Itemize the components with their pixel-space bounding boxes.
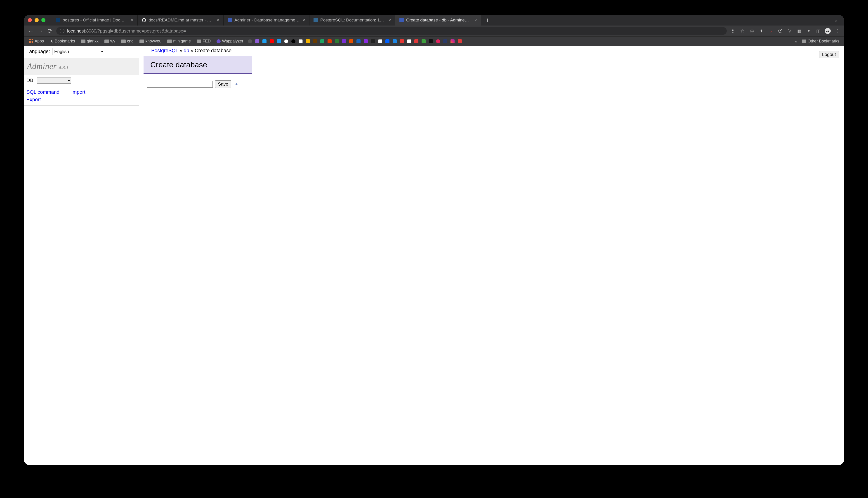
bookmark-icon[interactable] [335,39,339,43]
new-tab-button[interactable]: + [481,16,494,24]
folder-label: minigame [173,39,191,43]
bookmark-icon[interactable] [306,39,310,43]
bookmark-icon[interactable] [436,39,440,43]
tab-strip: postgres - Official Image | Doc… × docs/… [52,15,834,26]
import-link[interactable]: Import [71,89,85,95]
site-info-icon[interactable]: i [60,29,64,33]
save-button[interactable]: Save [215,80,231,88]
tab-title: postgres - Official Image | Doc… [63,18,128,23]
bookmark-icon[interactable] [450,39,455,43]
bookmark-folder[interactable]: qianxx [79,38,100,44]
bookmark-icon[interactable] [429,39,433,43]
bookmark-label: Wappalyzer [222,39,243,43]
bookmark-icon[interactable] [422,39,426,43]
pocket-icon[interactable]: ⌄ [768,28,774,34]
language-select[interactable]: English [52,48,104,55]
bookmark-icon[interactable] [263,39,267,43]
brand-version: 4.8.1 [59,65,68,70]
tab-postgres-image[interactable]: postgres - Official Image | Doc… × [52,15,138,26]
tab-overflow[interactable]: ⌄ [834,17,840,23]
window-controls [28,18,46,22]
bookmark-icon[interactable] [443,39,447,43]
toolbar-actions: ⇪ ☆ ◎ ✦ ⌄ ⦿ V ▦ ✦ ◫ ●● ⋮ [730,28,840,34]
bookmark-folder[interactable]: knowyou [138,38,163,44]
reload-button[interactable]: ⟳ [47,28,53,35]
bookmark-icon[interactable] [248,39,252,43]
overflow-icon[interactable]: » [795,39,797,44]
breadcrumb-db[interactable]: db [184,48,189,53]
add-icon[interactable]: + [233,81,239,87]
extensions-puzzle-icon[interactable]: ✦ [806,28,812,34]
extension-icon[interactable]: ✦ [758,28,764,34]
bookmark-icon[interactable] [328,39,332,43]
bookmark-star-icon[interactable]: ☆ [739,28,745,34]
breadcrumb-root[interactable]: PostgreSQL [151,48,178,53]
bookmark-icon[interactable] [356,39,360,43]
bookmarks-menu[interactable]: ★ Bookmarks [48,38,76,44]
favicon-icon [314,18,318,22]
close-icon[interactable]: × [388,18,391,23]
bookmark-icon[interactable] [400,39,404,43]
zoom-window-icon[interactable] [41,18,46,22]
bookmark-icon[interactable] [270,39,274,43]
bookmark-icon[interactable] [393,39,397,43]
folder-label: qianxx [87,39,99,43]
bookmark-folder[interactable]: FED [195,38,212,44]
forward-button[interactable]: → [37,28,43,35]
bookmark-icon[interactable] [342,39,346,43]
bookmark-icon[interactable] [378,39,382,43]
tab-adminer-home[interactable]: Adminer - Database manageme… × [224,15,309,26]
bookmark-icon[interactable] [371,39,375,43]
extension-icon[interactable]: ◎ [749,28,755,34]
wappalyzer-bookmark[interactable]: Wappalyzer [215,38,245,44]
close-icon[interactable]: × [303,18,305,23]
db-label: DB: [26,77,35,83]
bookmark-icon[interactable] [291,39,295,43]
bookmark-icon[interactable] [277,39,281,43]
database-name-input[interactable] [147,81,213,88]
tab-create-database[interactable]: Create database - db - Admine… × [395,15,481,26]
side-panel-icon[interactable]: ◫ [815,28,821,34]
close-window-icon[interactable] [28,18,32,22]
url-text: localhost:8080/?pgsql=db&username=postgr… [67,28,186,34]
apps-shortcut[interactable]: Apps [27,38,45,44]
bookmark-icon[interactable] [284,39,288,43]
minimize-window-icon[interactable] [35,18,39,22]
bookmark-icon[interactable] [407,39,411,43]
favicon-icon [228,18,232,22]
bookmark-folder[interactable]: cnd [120,38,135,44]
sql-command-link[interactable]: SQL command [26,89,60,95]
apps-grid-icon [29,39,33,43]
other-bookmarks[interactable]: Other Bookmarks [801,38,841,44]
bookmark-folder[interactable]: minigame [166,38,192,44]
close-icon[interactable]: × [217,18,219,23]
extension-icon[interactable]: ▦ [796,28,802,34]
bookmark-icon[interactable] [349,39,353,43]
bookmark-icon[interactable] [458,39,462,43]
bookmark-icon[interactable] [313,39,317,43]
bookmark-icon[interactable] [414,39,418,43]
github-icon [142,18,146,22]
export-link[interactable]: Export [26,97,41,102]
menu-icon[interactable]: ⋮ [834,28,840,34]
main: PostgreSQL » db » Create database Create… [143,46,844,88]
extension-icon[interactable]: ⦿ [777,28,783,34]
language-selector: Language: English [24,46,139,57]
bookmark-icon[interactable] [385,39,390,43]
tab-postgres-docs[interactable]: PostgreSQL: Documentation: 1… × [309,15,395,26]
close-icon[interactable]: × [131,18,133,23]
bookmark-icon[interactable] [298,39,303,43]
bookmark-folder[interactable]: wy [103,38,117,44]
breadcrumb-current: Create database [195,48,231,53]
bookmark-icon[interactable] [364,39,368,43]
close-icon[interactable]: × [474,18,477,23]
db-select[interactable] [37,77,71,83]
bookmark-icon[interactable] [320,39,324,43]
address-bar[interactable]: i localhost:8080/?pgsql=db&username=post… [56,27,727,35]
bookmark-icon[interactable] [255,39,259,43]
back-button[interactable]: ← [28,28,34,35]
share-icon[interactable]: ⇪ [730,28,736,34]
extension-icon[interactable]: V [787,28,793,34]
tab-github-readme[interactable]: docs/README.md at master · … × [138,15,224,26]
profile-avatar[interactable]: ●● [825,28,831,34]
